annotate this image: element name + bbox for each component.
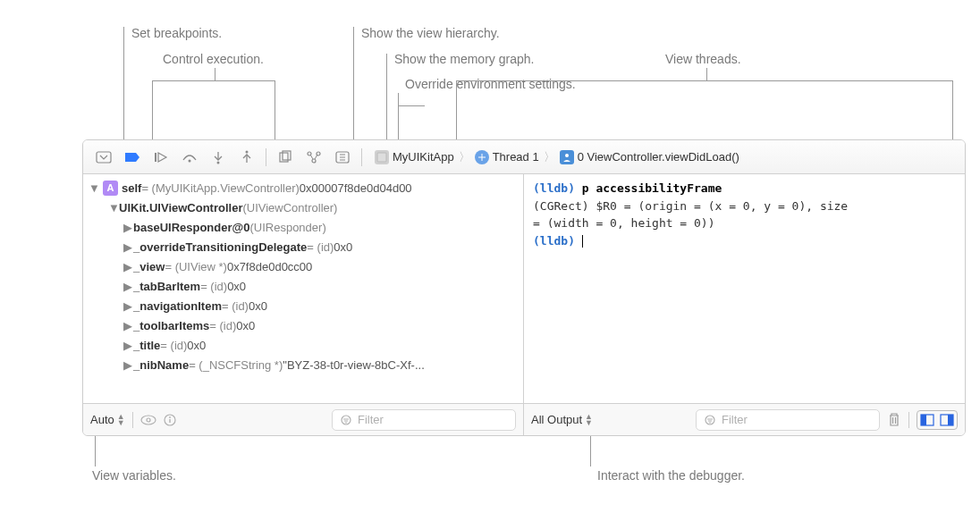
variable-type: (UIResponder) bbox=[249, 221, 325, 234]
variable-type: = (id) bbox=[200, 280, 227, 293]
hide-debug-area-button[interactable] bbox=[90, 145, 117, 170]
svg-point-25 bbox=[147, 418, 150, 422]
svg-rect-1 bbox=[155, 153, 156, 162]
svg-point-28 bbox=[169, 416, 171, 418]
variable-type: = (_NSCFString *) bbox=[189, 358, 283, 372]
variable-name: _navigationItem bbox=[133, 299, 222, 313]
variable-row[interactable]: ▶ _overrideTransitioningDelegate = (id) … bbox=[83, 237, 523, 256]
svg-point-23 bbox=[565, 154, 569, 157]
thread-breadcrumb[interactable]: MyUIKitApp 〉 Thread 1 〉 0 ViewController… bbox=[368, 149, 958, 165]
console-filter-field[interactable] bbox=[696, 409, 880, 431]
variables-filter-input[interactable] bbox=[358, 413, 508, 426]
environment-overrides-button[interactable] bbox=[329, 145, 356, 170]
annotation-line bbox=[123, 27, 124, 143]
svg-point-2 bbox=[189, 159, 191, 162]
show-console-pane-button[interactable] bbox=[937, 411, 957, 429]
annotation-interact-debugger: Interact with the debugger. bbox=[597, 468, 745, 483]
variable-name: _tabBarItem bbox=[133, 280, 200, 293]
console-line: (lldb) p accessibilityFrame bbox=[533, 180, 956, 197]
variable-value: 0x0 bbox=[187, 339, 206, 352]
annotation-bracket bbox=[152, 80, 275, 141]
disclosure-triangle-icon[interactable]: ▼ bbox=[89, 181, 99, 195]
view-hierarchy-button[interactable] bbox=[272, 145, 299, 170]
debug-panes: ▼ A self = (MyUIKitApp.ViewController) 0… bbox=[83, 174, 965, 403]
info-icon[interactable] bbox=[164, 414, 176, 426]
svg-point-24 bbox=[141, 416, 156, 424]
breakpoints-toggle-button[interactable] bbox=[119, 145, 146, 170]
disclosure-triangle-icon[interactable]: ▼ bbox=[108, 201, 119, 214]
stepper-icon: ▲▼ bbox=[117, 414, 125, 426]
variable-row[interactable]: ▶ _nibName = (_NSCFString *) "BYZ-38-t0r… bbox=[83, 355, 523, 374]
filter-icon bbox=[704, 414, 716, 426]
svg-line-12 bbox=[310, 155, 313, 159]
quicklook-icon[interactable] bbox=[140, 415, 156, 425]
variable-row[interactable]: ▶ _view = (UIView *) 0x7f8de0d0cc00 bbox=[83, 256, 523, 276]
thread-icon bbox=[475, 150, 489, 164]
annotation-set-breakpoints: Set breakpoints. bbox=[131, 26, 222, 40]
console-filter-input[interactable] bbox=[722, 413, 872, 426]
variable-type: = (id) bbox=[222, 299, 249, 313]
stepper-icon: ▲▼ bbox=[585, 414, 593, 426]
disclosure-triangle-icon[interactable]: ▶ bbox=[122, 280, 133, 293]
lldb-prompt: (lldb) bbox=[533, 234, 575, 248]
lldb-prompt: (lldb) bbox=[533, 181, 575, 195]
svg-point-4 bbox=[217, 161, 220, 164]
clear-console-button[interactable] bbox=[887, 412, 901, 428]
annotation-control-execution: Control execution. bbox=[163, 52, 264, 66]
variable-row[interactable]: ▶ _navigationItem = (id) 0x0 bbox=[83, 296, 523, 315]
variable-row[interactable]: ▼ UIKit.UIViewController (UIViewControll… bbox=[83, 197, 523, 217]
debugger-window: MyUIKitApp 〉 Thread 1 〉 0 ViewController… bbox=[82, 139, 966, 436]
annotation-line bbox=[353, 27, 354, 143]
step-into-button[interactable] bbox=[205, 145, 232, 170]
svg-point-6 bbox=[246, 150, 249, 153]
show-variables-pane-button[interactable] bbox=[917, 411, 937, 429]
variable-row[interactable]: ▶ _toolbarItems = (id) 0x0 bbox=[83, 315, 523, 335]
text-cursor bbox=[582, 235, 583, 248]
disclosure-triangle-icon[interactable]: ▶ bbox=[122, 221, 133, 234]
breadcrumb-thread: Thread 1 bbox=[493, 150, 539, 164]
disclosure-triangle-icon[interactable]: ▶ bbox=[122, 358, 133, 372]
variables-view[interactable]: ▼ A self = (MyUIKitApp.ViewController) 0… bbox=[83, 174, 524, 403]
step-out-button[interactable] bbox=[233, 145, 260, 170]
toolbar-separator bbox=[266, 148, 266, 166]
disclosure-triangle-icon[interactable]: ▶ bbox=[122, 299, 133, 313]
variable-name: _toolbarItems bbox=[133, 319, 209, 332]
console-output-selector[interactable]: All Output ▲▼ bbox=[531, 413, 593, 426]
chevron-right-icon: 〉 bbox=[541, 149, 558, 165]
toolbar-separator bbox=[361, 148, 362, 166]
variable-row[interactable]: ▶ baseUIResponder@0 (UIResponder) bbox=[83, 217, 523, 237]
selector-label: All Output bbox=[531, 413, 582, 426]
variable-value: "BYZ-38-t0r-view-8bC-Xf-... bbox=[283, 358, 424, 372]
annotation-line bbox=[398, 93, 399, 105]
variables-scope-selector[interactable]: Auto ▲▼ bbox=[90, 413, 125, 426]
disclosure-triangle-icon[interactable]: ▶ bbox=[122, 260, 133, 273]
annotation-view-variables: View variables. bbox=[92, 468, 176, 483]
variable-value: 0x0 bbox=[249, 299, 267, 313]
continue-button[interactable] bbox=[148, 145, 174, 170]
variable-row-self[interactable]: ▼ A self = (MyUIKitApp.ViewController) 0… bbox=[83, 178, 523, 197]
variable-row[interactable]: ▶ _title = (id) 0x0 bbox=[83, 335, 523, 355]
variable-value: 0x7f8de0d0cc00 bbox=[227, 260, 312, 273]
variables-filter-field[interactable] bbox=[332, 409, 516, 431]
variable-name: UIKit.UIViewController bbox=[119, 201, 242, 214]
console-output: (CGRect) $R0 = (origin = (x = 0, y = 0),… bbox=[533, 197, 956, 215]
separator bbox=[132, 412, 133, 428]
variables-footer: Auto ▲▼ bbox=[83, 404, 524, 435]
annotation-bracket bbox=[456, 80, 953, 141]
disclosure-triangle-icon[interactable]: ▶ bbox=[122, 319, 133, 332]
disclosure-triangle-icon[interactable]: ▶ bbox=[122, 339, 133, 352]
variable-type: (UIViewController) bbox=[242, 201, 337, 214]
variable-type: = (id) bbox=[307, 240, 334, 254]
console-view[interactable]: (lldb) p accessibilityFrame (CGRect) $R0… bbox=[524, 174, 965, 403]
annotation-line bbox=[706, 68, 707, 80]
step-over-button[interactable] bbox=[176, 145, 203, 170]
svg-line-13 bbox=[315, 155, 317, 159]
breadcrumb-frame: 0 ViewController.viewDidLoad() bbox=[578, 150, 739, 164]
variable-value: 0x0 bbox=[227, 280, 246, 293]
console-output: = (width = 0, height = 0)) bbox=[533, 214, 956, 232]
pane-visibility-toggle bbox=[917, 410, 958, 430]
debug-toolbar: MyUIKitApp 〉 Thread 1 〉 0 ViewController… bbox=[83, 140, 965, 174]
disclosure-triangle-icon[interactable]: ▶ bbox=[122, 240, 133, 254]
variable-row[interactable]: ▶ _tabBarItem = (id) 0x0 bbox=[83, 276, 523, 296]
memory-graph-button[interactable] bbox=[300, 145, 327, 170]
